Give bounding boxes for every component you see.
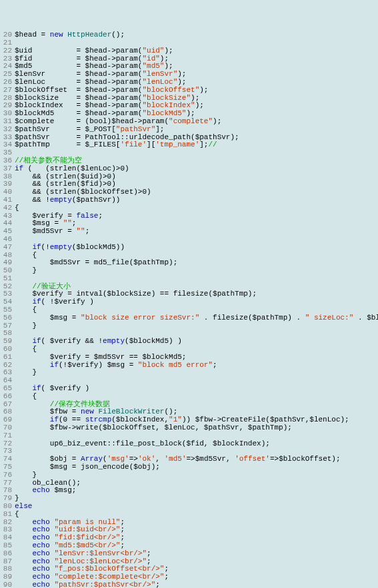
code-line: 34$pathTmp = $_FILES['file']['tmp_name']… — [0, 141, 378, 149]
code-text: up6_biz_event::file_post_block($fid, $bl… — [15, 440, 378, 448]
code-text: $head = new HttpHeader(); — [15, 31, 378, 39]
code-text: } — [15, 471, 378, 479]
code-text: $blockOffset = $head->param("blockOffset… — [15, 87, 378, 95]
code-text: } — [15, 322, 378, 330]
code-text — [15, 39, 378, 47]
code-line: 71 — [0, 432, 378, 440]
code-text: if(!$verify) $msg = "block md5 error"; — [15, 362, 378, 370]
code-line: 62 if(!$verify) $msg = "block md5 error"… — [0, 362, 378, 370]
line-number: 86 — [0, 550, 15, 558]
line-number: 21 — [0, 39, 15, 47]
code-line: 21 — [0, 39, 378, 47]
code-line: 22$uid = $head->param("uid"); — [0, 47, 378, 55]
code-line: 56 $msg = "block size error sizeSvr:" . … — [0, 314, 378, 322]
code-text: $fbw->write($blockOffset, $lenLoc, $path… — [15, 424, 378, 432]
line-number: 46 — [0, 236, 15, 244]
line-number: 42 — [0, 204, 15, 212]
line-number: 71 — [0, 432, 15, 440]
code-text: $pathTmp = $_FILES['file']['tmp_name'];/… — [15, 141, 378, 149]
code-line: 36//相关参数不能为空 — [0, 157, 378, 165]
line-number: 51 — [0, 275, 15, 283]
line-number: 76 — [0, 471, 15, 479]
code-line: 32$pathSvr = $_POST["pathSvr"]; — [0, 126, 378, 134]
code-text: } — [15, 495, 378, 503]
code-text: $md5Svr = md5_file($pathTmp); — [15, 259, 378, 267]
code-line: 59 if( $verify && !empty($blockMd5) ) — [0, 338, 378, 346]
code-line: 75 $msg = json_encode($obj); — [0, 463, 378, 471]
code-line: 45 $md5Svr = ""; — [0, 228, 378, 236]
line-number: 36 — [0, 157, 15, 165]
code-text: if( $verify ) — [15, 385, 378, 393]
code-line: 54 if( !$verify ) — [0, 298, 378, 306]
code-text: //相关参数不能为空 — [15, 157, 378, 165]
line-number: 37 — [0, 165, 15, 173]
line-number: 31 — [0, 118, 15, 126]
code-line: 70 $fbw->write($blockOffset, $lenLoc, $p… — [0, 424, 378, 432]
code-text: if ( (strlen($lenLoc)>0) — [15, 165, 378, 173]
code-line: 41 && !empty($pathSvr)) — [0, 196, 378, 204]
code-line: 37if ( (strlen($lenLoc)>0) — [0, 165, 378, 173]
code-text: } — [15, 267, 378, 275]
code-line: 79} — [0, 495, 378, 503]
code-text: $msg = "block size error sizeSvr:" . fil… — [15, 314, 378, 322]
code-line: 42{ — [0, 204, 378, 212]
line-number: 56 — [0, 314, 15, 322]
code-line: 65 if( $verify ) — [0, 385, 378, 393]
code-text: $complete = (bool)$head->param("complete… — [15, 118, 378, 126]
code-line: 31$complete = (bool)$head->param("comple… — [0, 118, 378, 126]
line-number: 41 — [0, 196, 15, 204]
code-text: echo "pathSvr:$pathSvr<br/>"; — [15, 581, 378, 588]
code-text: } — [15, 369, 378, 377]
line-number: 61 — [0, 354, 15, 362]
line-number: 22 — [0, 47, 15, 55]
code-text: if( $verify && !empty($blockMd5) ) — [15, 338, 378, 346]
code-text: echo $msg; — [15, 487, 378, 495]
code-listing: 20$head = new HttpHeader();2122$uid = $h… — [0, 31, 378, 588]
code-line: 72 up6_biz_event::file_post_block($fid, … — [0, 440, 378, 448]
line-number: 27 — [0, 87, 15, 95]
code-line: 90 echo "pathSvr:$pathSvr<br/>"; — [0, 581, 378, 588]
code-text: { — [15, 204, 378, 212]
line-number: 26 — [0, 79, 15, 87]
line-number: 90 — [0, 581, 15, 588]
line-number: 85 — [0, 542, 15, 550]
code-line: 20$head = new HttpHeader(); — [0, 31, 378, 39]
code-text: if(!empty($blockMd5)) — [15, 244, 378, 252]
code-text: $uid = $head->param("uid"); — [15, 47, 378, 55]
code-text: $msg = json_encode($obj); — [15, 463, 378, 471]
code-line: 50 } — [0, 267, 378, 275]
code-text: if( !$verify ) — [15, 298, 378, 306]
code-text: else — [15, 503, 378, 511]
code-line: 47 if(!empty($blockMd5)) — [0, 244, 378, 252]
code-line: 76 } — [0, 471, 378, 479]
line-number: 47 — [0, 244, 15, 252]
code-text: && !empty($pathSvr)) — [15, 196, 378, 204]
line-number: 32 — [0, 126, 15, 134]
code-text: $md5Svr = ""; — [15, 228, 378, 236]
code-line: 63 } — [0, 369, 378, 377]
code-text: $pathSvr = $_POST["pathSvr"]; — [15, 126, 378, 134]
line-number: 66 — [0, 393, 15, 401]
line-number: 81 — [0, 511, 15, 519]
code-line: 57 } — [0, 322, 378, 330]
code-line: 49 $md5Svr = md5_file($pathTmp); — [0, 259, 378, 267]
code-text — [15, 432, 378, 440]
code-line: 78 echo $msg; — [0, 487, 378, 495]
code-line: 80else — [0, 503, 378, 511]
